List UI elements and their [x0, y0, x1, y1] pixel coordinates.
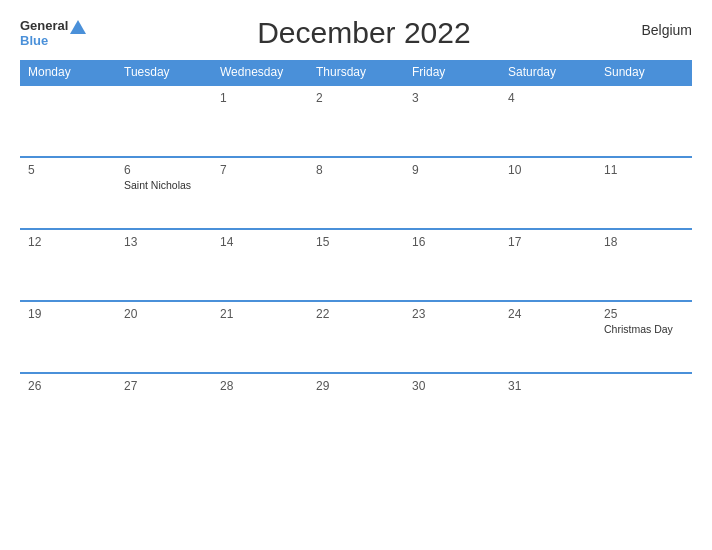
day-number: 31 — [508, 379, 588, 393]
calendar-cell — [20, 85, 116, 157]
calendar-cell: 7 — [212, 157, 308, 229]
day-number: 16 — [412, 235, 492, 249]
day-number: 29 — [316, 379, 396, 393]
day-number: 17 — [508, 235, 588, 249]
calendar-cell: 24 — [500, 301, 596, 373]
calendar-cell: 18 — [596, 229, 692, 301]
day-number: 5 — [28, 163, 108, 177]
day-number: 18 — [604, 235, 684, 249]
col-friday: Friday — [404, 60, 500, 85]
logo-general: General — [20, 19, 68, 32]
day-number: 28 — [220, 379, 300, 393]
calendar-cell: 3 — [404, 85, 500, 157]
calendar-cell: 1 — [212, 85, 308, 157]
calendar-cell: 31 — [500, 373, 596, 445]
calendar-cell: 9 — [404, 157, 500, 229]
logo: General Blue — [20, 19, 86, 47]
calendar-cell: 2 — [308, 85, 404, 157]
day-number: 25 — [604, 307, 684, 321]
day-number: 8 — [316, 163, 396, 177]
calendar-cell — [116, 85, 212, 157]
day-number: 3 — [412, 91, 492, 105]
calendar-cell: 30 — [404, 373, 500, 445]
col-monday: Monday — [20, 60, 116, 85]
calendar-cell — [596, 85, 692, 157]
col-saturday: Saturday — [500, 60, 596, 85]
calendar-cell: 13 — [116, 229, 212, 301]
page: General Blue December 2022 Belgium Monda… — [0, 0, 712, 550]
day-number: 26 — [28, 379, 108, 393]
col-sunday: Sunday — [596, 60, 692, 85]
calendar-week-row: 1234 — [20, 85, 692, 157]
calendar-cell — [596, 373, 692, 445]
day-number: 4 — [508, 91, 588, 105]
calendar-cell: 10 — [500, 157, 596, 229]
day-number: 15 — [316, 235, 396, 249]
col-thursday: Thursday — [308, 60, 404, 85]
calendar-week-row: 19202122232425Christmas Day — [20, 301, 692, 373]
calendar-cell: 19 — [20, 301, 116, 373]
calendar-cell: 17 — [500, 229, 596, 301]
day-number: 11 — [604, 163, 684, 177]
calendar-cell: 16 — [404, 229, 500, 301]
logo-blue: Blue — [20, 34, 48, 47]
calendar-cell: 6Saint Nicholas — [116, 157, 212, 229]
calendar-cell: 29 — [308, 373, 404, 445]
day-number: 10 — [508, 163, 588, 177]
calendar-cell: 5 — [20, 157, 116, 229]
day-number: 30 — [412, 379, 492, 393]
calendar-cell: 12 — [20, 229, 116, 301]
day-number: 14 — [220, 235, 300, 249]
calendar-cell: 11 — [596, 157, 692, 229]
day-number: 12 — [28, 235, 108, 249]
calendar-cell: 23 — [404, 301, 500, 373]
calendar-week-row: 262728293031 — [20, 373, 692, 445]
country-label: Belgium — [641, 22, 692, 38]
calendar-cell: 27 — [116, 373, 212, 445]
calendar-week-row: 12131415161718 — [20, 229, 692, 301]
day-number: 20 — [124, 307, 204, 321]
header: General Blue December 2022 Belgium — [20, 16, 692, 50]
calendar-header-row: Monday Tuesday Wednesday Thursday Friday… — [20, 60, 692, 85]
calendar-title: December 2022 — [86, 16, 641, 50]
day-number: 27 — [124, 379, 204, 393]
day-number: 1 — [220, 91, 300, 105]
day-number: 13 — [124, 235, 204, 249]
event-label: Saint Nicholas — [124, 179, 204, 191]
calendar-cell: 15 — [308, 229, 404, 301]
day-number: 19 — [28, 307, 108, 321]
calendar-cell: 25Christmas Day — [596, 301, 692, 373]
calendar-cell: 28 — [212, 373, 308, 445]
day-number: 22 — [316, 307, 396, 321]
day-number: 23 — [412, 307, 492, 321]
day-number: 9 — [412, 163, 492, 177]
calendar-cell: 14 — [212, 229, 308, 301]
calendar-cell: 4 — [500, 85, 596, 157]
calendar-cell: 26 — [20, 373, 116, 445]
day-number: 2 — [316, 91, 396, 105]
day-number: 6 — [124, 163, 204, 177]
event-label: Christmas Day — [604, 323, 684, 335]
calendar-week-row: 56Saint Nicholas7891011 — [20, 157, 692, 229]
day-number: 21 — [220, 307, 300, 321]
day-number: 24 — [508, 307, 588, 321]
day-number: 7 — [220, 163, 300, 177]
calendar-cell: 22 — [308, 301, 404, 373]
calendar-cell: 8 — [308, 157, 404, 229]
logo-triangle-icon — [70, 20, 86, 34]
col-wednesday: Wednesday — [212, 60, 308, 85]
calendar-table: Monday Tuesday Wednesday Thursday Friday… — [20, 60, 692, 445]
calendar-cell: 20 — [116, 301, 212, 373]
col-tuesday: Tuesday — [116, 60, 212, 85]
calendar-cell: 21 — [212, 301, 308, 373]
